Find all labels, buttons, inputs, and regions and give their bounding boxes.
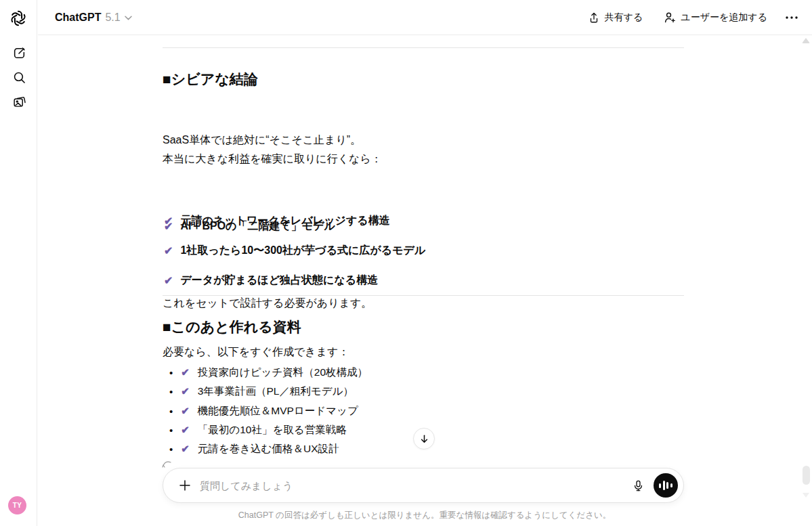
model-selector[interactable]: ChatGPT 5.1: [49, 7, 137, 28]
bullet-item-text: 投資家向けピッチ資料（20枚構成）: [198, 366, 368, 380]
chevron-down-icon: [125, 16, 132, 20]
openai-logo[interactable]: [9, 9, 28, 28]
dictate-button[interactable]: [626, 474, 649, 497]
checklist-item: ✔ データが貯まるほど独占状態になる構造: [164, 271, 378, 290]
conversation-area: ■シビアな結論 SaaS単体では絶対に“そこそこ止まり”。 本当に大きな利益を確…: [37, 35, 812, 526]
check-icon: ✔: [181, 385, 190, 397]
paragraph-line: 本当に大きな利益を確実に取りに行くなら：: [163, 150, 382, 169]
more-options-button[interactable]: [781, 7, 803, 28]
scroll-to-bottom-button[interactable]: [413, 428, 435, 450]
library-button[interactable]: [9, 92, 28, 111]
bullet-item-text: 機能優先順位＆MVPロードマップ: [198, 404, 358, 418]
share-button-label: 共有する: [605, 12, 643, 24]
section-divider: [163, 47, 684, 48]
attach-button[interactable]: [174, 475, 196, 496]
check-icon: ✔: [164, 274, 173, 287]
top-bar: ChatGPT 5.1 共有する: [38, 0, 812, 35]
model-version: 5.1: [105, 12, 120, 24]
paragraph-line: SaaS単体では絶対に“そこそこ止まり”。: [163, 131, 361, 150]
search-chats-button[interactable]: [9, 68, 28, 87]
ellipsis-icon: [786, 16, 798, 19]
check-icon: ✔: [181, 405, 190, 417]
checklist-item-text: 元請のネットワークをレバレッジする構造: [180, 214, 389, 228]
intro-line: 必要なら、以下をすぐ作成できます：: [163, 343, 349, 361]
user-avatar[interactable]: TY: [8, 496, 26, 514]
section-divider: [163, 295, 684, 296]
clipped-text-fragment: [161, 459, 173, 468]
bullet-list-item: • ✔ 「最初の10社」を取る営業戦略: [169, 420, 347, 439]
checklist-item: ✔ 元請のネットワークをレバレッジする構造: [164, 211, 390, 230]
scrollbar-down-arrow[interactable]: [803, 493, 809, 498]
app-title: ChatGPT: [55, 12, 101, 24]
section-heading: ■シビアな結論: [163, 70, 258, 89]
disclaimer-text: ChatGPT の回答は必ずしも正しいとは限りません。重要な情報は確認するように…: [37, 510, 812, 521]
add-user-button[interactable]: ユーザーを追加する: [656, 6, 774, 28]
checklist-item: ✔ 1社取ったら10〜300社が芋づる式に広がるモデル: [164, 241, 425, 260]
bullet-list-item: • ✔ 機能優先順位＆MVPロードマップ: [169, 401, 358, 420]
search-icon: [12, 70, 26, 85]
voice-mode-button[interactable]: [654, 473, 678, 498]
section-heading: ■このあと作れる資料: [163, 317, 301, 336]
check-icon: ✔: [181, 424, 190, 436]
arrow-down-icon: [419, 434, 429, 444]
bullet-item-text: 3年事業計画（PL／粗利モデル）: [198, 385, 354, 399]
checklist-item-text: データが貯まるほど独占状態になる構造: [180, 273, 378, 288]
share-upload-icon: [588, 12, 600, 24]
bullet-list-item: • ✔ 元請を巻き込む価格＆UX設計: [169, 439, 339, 458]
person-plus-icon: [663, 11, 676, 24]
check-icon: ✔: [181, 443, 190, 455]
bullet-list-item: • ✔ 投資家向けピッチ資料（20枚構成）: [169, 363, 368, 382]
share-button[interactable]: 共有する: [581, 7, 650, 28]
scrollbar-thumb[interactable]: [803, 466, 810, 485]
scrollbar-up-arrow[interactable]: [802, 38, 810, 43]
message-composer: [163, 468, 684, 503]
bullet-icon: •: [169, 386, 173, 397]
check-icon: ✔: [164, 244, 173, 257]
closing-line: これをセットで設計する必要があります。: [163, 294, 372, 313]
check-icon: ✔: [181, 366, 190, 378]
bullet-icon: •: [169, 424, 173, 436]
microphone-icon: [632, 479, 645, 492]
library-icon: [12, 95, 26, 109]
checklist-item-text: 1社取ったら10〜300社が芋づる式に広がるモデル: [180, 244, 425, 258]
message-input[interactable]: [200, 480, 626, 491]
plus-icon: [179, 479, 191, 491]
new-chat-button[interactable]: [9, 43, 28, 62]
bullet-item-text: 「最初の10社」を取る営業戦略: [198, 423, 347, 437]
bullet-icon: •: [169, 443, 173, 455]
voice-wave-icon: [659, 481, 672, 490]
bullet-icon: •: [169, 367, 173, 378]
add-user-button-label: ユーザーを追加する: [681, 12, 767, 24]
bullet-item-text: 元請を巻き込む価格＆UX設計: [198, 442, 339, 456]
compose-icon: [12, 46, 26, 60]
check-icon: ✔: [164, 215, 173, 227]
bullet-list-item: • ✔ 3年事業計画（PL／粗利モデル）: [169, 382, 354, 401]
bullet-icon: •: [169, 406, 173, 417]
sidebar: TY: [0, 0, 37, 526]
